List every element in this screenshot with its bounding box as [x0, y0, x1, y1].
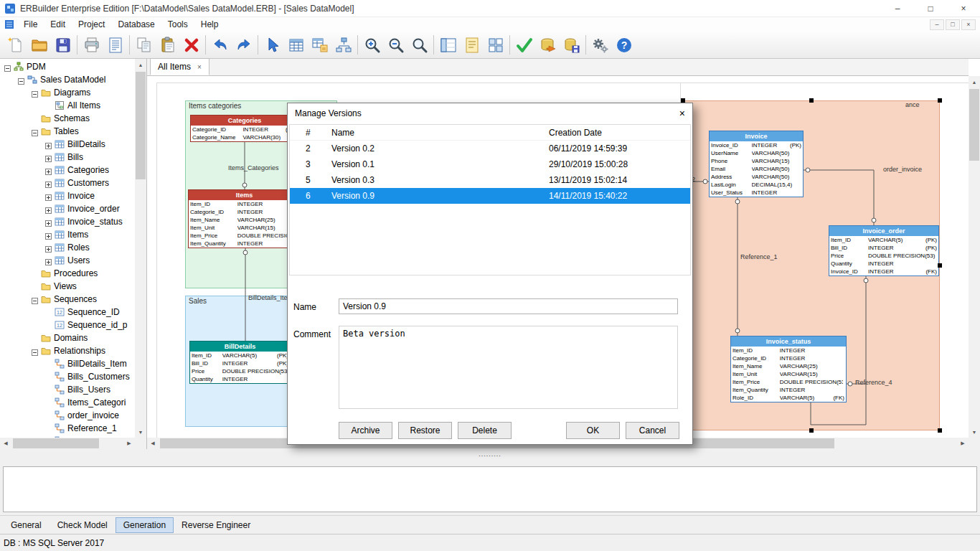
help-icon[interactable]: ?	[612, 33, 636, 57]
tree-item-bills-customers[interactable]: Bills_Customers	[0, 370, 136, 383]
plus-expander-icon[interactable]	[45, 206, 52, 212]
tab-generation[interactable]: Generation	[116, 517, 174, 533]
table-designer-icon[interactable]	[308, 33, 331, 57]
tree-item-sequence-id-p[interactable]: 12Sequence_id_p	[0, 319, 136, 331]
tree-item-invoice-order[interactable]: Invoice_order	[0, 202, 136, 215]
version-row-version-0-3[interactable]: 5Version 0.313/11/2019 15:02:14	[290, 172, 690, 188]
zoom-in-icon[interactable]	[360, 33, 384, 57]
scroll-up-icon[interactable]: ▲	[135, 59, 146, 70]
new-file-icon[interactable]	[4, 33, 27, 57]
mdi-restore-icon[interactable]: □	[946, 19, 960, 30]
tree-item-sequence-id[interactable]: 12Sequence_ID	[0, 306, 136, 319]
tree-item-sales-datamodel[interactable]: Sales DataModel	[0, 73, 136, 86]
mdi-minimize-icon[interactable]: –	[930, 19, 944, 30]
tree-vertical-scrollbar[interactable]: ▲ ▼	[135, 59, 146, 438]
selection-handle[interactable]	[809, 98, 814, 103]
menu-tools[interactable]: Tools	[161, 17, 194, 32]
menu-project[interactable]: Project	[72, 17, 111, 32]
tree-item-procedures[interactable]: Procedures	[0, 267, 136, 280]
tree-item-diagrams[interactable]: Diagrams	[0, 86, 136, 99]
tree-item-billdetails[interactable]: BillDetails	[0, 138, 136, 151]
entity-categories[interactable]: CategoriesCategorie_IDINTEGER(PK)Categor…	[190, 115, 299, 142]
tree-item-invoice-status[interactable]: Invoice_status	[0, 215, 136, 228]
undo-icon[interactable]	[208, 33, 232, 57]
maximize-icon[interactable]: □	[914, 0, 947, 17]
selection-handle[interactable]	[938, 98, 942, 103]
plus-expander-icon[interactable]	[45, 154, 52, 161]
layout-panels-icon[interactable]	[436, 33, 460, 57]
version-row-version-0-9[interactable]: 6Version 0.914/11/2019 15:40:22	[290, 188, 690, 204]
version-row-version-0-1[interactable]: 3Version 0.129/10/2019 15:00:28	[290, 156, 690, 172]
check-model-icon[interactable]	[512, 33, 536, 57]
column-header-name[interactable]: Name	[331, 125, 549, 140]
minus-expander-icon[interactable]	[32, 348, 38, 354]
close-icon[interactable]: ×	[947, 0, 980, 17]
delete-icon[interactable]	[179, 33, 203, 57]
tree-item-all-items[interactable]: All Items	[0, 99, 136, 112]
tab-close-icon[interactable]: ×	[197, 63, 202, 71]
zoom-out-icon[interactable]	[384, 33, 407, 57]
comment-textarea[interactable]: Beta version	[339, 326, 678, 409]
plus-expander-icon[interactable]	[45, 258, 52, 264]
restore-button[interactable]: Restore	[398, 422, 452, 439]
plus-expander-icon[interactable]	[45, 193, 52, 199]
tree-item-items[interactable]: Items	[0, 228, 136, 241]
entity-billdetails[interactable]: BillDetailsItem_IDVARCHAR(5)(PK)Bill_IDI…	[189, 341, 291, 384]
selection-handle[interactable]	[809, 428, 814, 433]
splitter-handle[interactable]: .........	[0, 449, 980, 462]
tree-item-tables[interactable]: Tables	[0, 125, 136, 138]
settings-icon[interactable]	[588, 33, 612, 57]
minus-expander-icon[interactable]	[32, 90, 38, 96]
delete-button[interactable]: Delete	[458, 422, 512, 439]
tab-check-model[interactable]: Check Model	[50, 517, 116, 533]
open-folder-icon[interactable]	[27, 33, 51, 57]
tree-item-customers[interactable]: Customers	[0, 176, 136, 189]
plus-expander-icon[interactable]	[45, 167, 52, 174]
mdi-close-icon[interactable]: ×	[961, 19, 976, 30]
save-icon[interactable]	[51, 33, 75, 57]
menu-help[interactable]: Help	[194, 17, 225, 32]
grid-icon[interactable]	[484, 33, 507, 57]
print-list-icon[interactable]	[103, 33, 127, 57]
minus-expander-icon[interactable]	[18, 77, 24, 83]
selection-handle[interactable]	[938, 428, 942, 433]
hierarchy-icon[interactable]	[331, 33, 355, 57]
name-input[interactable]	[339, 298, 678, 314]
minus-expander-icon[interactable]	[32, 296, 38, 303]
entity-invoice-order[interactable]: Invoice_orderItem_IDVARCHAR(5)(PK)Bill_I…	[829, 225, 939, 276]
dialog-title-bar[interactable]: Manage Versions ×	[288, 103, 692, 123]
minus-expander-icon[interactable]	[4, 64, 11, 70]
pointer-icon[interactable]	[260, 33, 284, 57]
version-row-version-0-2[interactable]: 2Version 0.206/11/2019 14:59:39	[290, 141, 690, 156]
scroll-down-icon[interactable]: ▼	[969, 426, 980, 438]
entity-invoice-status[interactable]: Invoice_statusItem_IDINTEGERCategorie_ID…	[730, 336, 847, 402]
tree-item-relationships[interactable]: Relationships	[0, 344, 136, 357]
print-icon[interactable]	[80, 33, 103, 57]
tree-item-items-categori[interactable]: Items_Categori	[0, 396, 136, 409]
scroll-left-icon[interactable]: ◀	[0, 438, 11, 449]
db-forward-icon[interactable]	[536, 33, 560, 57]
db-export-icon[interactable]	[560, 33, 583, 57]
zoom-icon[interactable]	[407, 33, 431, 57]
dialog-close-icon[interactable]: ×	[671, 108, 685, 119]
tab-all-items[interactable]: All Items ×	[150, 58, 209, 75]
plus-expander-icon[interactable]	[45, 141, 52, 148]
tree-item-invoice[interactable]: Invoice	[0, 189, 136, 202]
cancel-button[interactable]: Cancel	[626, 422, 679, 439]
tab-reverse-engineer[interactable]: Reverse Engineer	[174, 517, 258, 533]
column-header-item[interactable]: #	[290, 125, 331, 140]
column-header-creation-date[interactable]: Creation Date	[549, 125, 690, 140]
copy-icon[interactable]	[132, 33, 156, 57]
plus-expander-icon[interactable]	[45, 219, 52, 225]
scroll-up-icon[interactable]: ▲	[969, 76, 980, 88]
tree-item-schemas[interactable]: Schemas	[0, 112, 136, 125]
plus-expander-icon[interactable]	[45, 180, 52, 187]
scroll-left-icon[interactable]: ◀	[147, 438, 159, 449]
tree-item-sequences[interactable]: Sequences	[0, 293, 136, 306]
scrollbar-thumb[interactable]	[13, 438, 99, 448]
menu-database[interactable]: Database	[111, 17, 161, 32]
paste-icon[interactable]	[156, 33, 179, 57]
plus-expander-icon[interactable]	[45, 232, 52, 238]
selection-handle[interactable]	[938, 263, 942, 268]
scroll-right-icon[interactable]: ▶	[957, 438, 969, 449]
